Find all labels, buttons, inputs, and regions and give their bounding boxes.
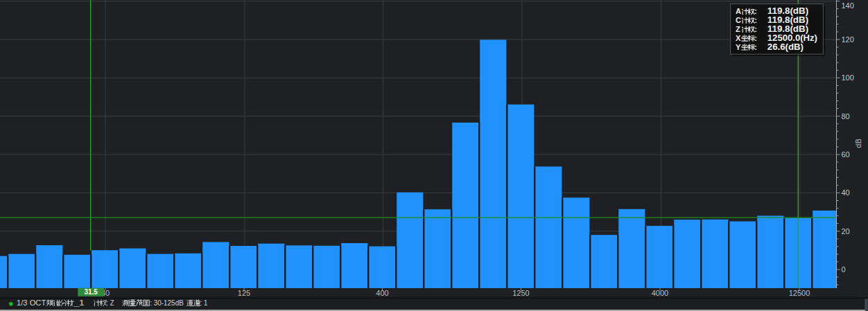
svg-text:X: X: [736, 34, 741, 42]
svg-text:400: 400: [376, 289, 388, 297]
svg-text:0: 0: [842, 265, 846, 274]
svg-text:4000: 4000: [652, 289, 668, 297]
svg-text:A: A: [736, 7, 741, 15]
svg-text:_1: _1: [73, 299, 85, 307]
svg-text:12500: 12500: [789, 289, 810, 297]
svg-text:: Z: : Z: [107, 299, 115, 307]
svg-text:: 30-125dB: : 30-125dB: [150, 299, 184, 307]
svg-text:dB: dB: [854, 139, 862, 148]
svg-text:20: 20: [842, 227, 850, 236]
svg-text:125: 125: [238, 289, 250, 297]
svg-text:140: 140: [842, 1, 854, 10]
svg-text:26.6(dB): 26.6(dB): [767, 42, 804, 52]
svg-text:1250: 1250: [512, 289, 529, 297]
svg-text::: :: [754, 34, 757, 42]
svg-text:60: 60: [842, 150, 850, 159]
svg-text:31.5: 31.5: [84, 288, 98, 296]
svg-text:C: C: [736, 16, 741, 24]
svg-text::: :: [754, 7, 757, 15]
svg-text::: :: [754, 25, 757, 33]
svg-text:40: 40: [842, 188, 850, 197]
svg-text:119.8(dB): 119.8(dB): [767, 15, 808, 25]
svg-text:1/3 OCT: 1/3 OCT: [17, 299, 46, 307]
svg-text:119.8(dB): 119.8(dB): [767, 24, 808, 34]
svg-text::: :: [754, 43, 757, 51]
svg-text:Y: Y: [736, 43, 741, 51]
svg-text:80: 80: [842, 112, 850, 121]
svg-text:100: 100: [842, 73, 854, 82]
svg-text:120: 120: [842, 35, 854, 44]
svg-text:: 1: : 1: [200, 299, 208, 307]
svg-text::: :: [754, 16, 757, 24]
svg-text:Z: Z: [736, 25, 740, 33]
